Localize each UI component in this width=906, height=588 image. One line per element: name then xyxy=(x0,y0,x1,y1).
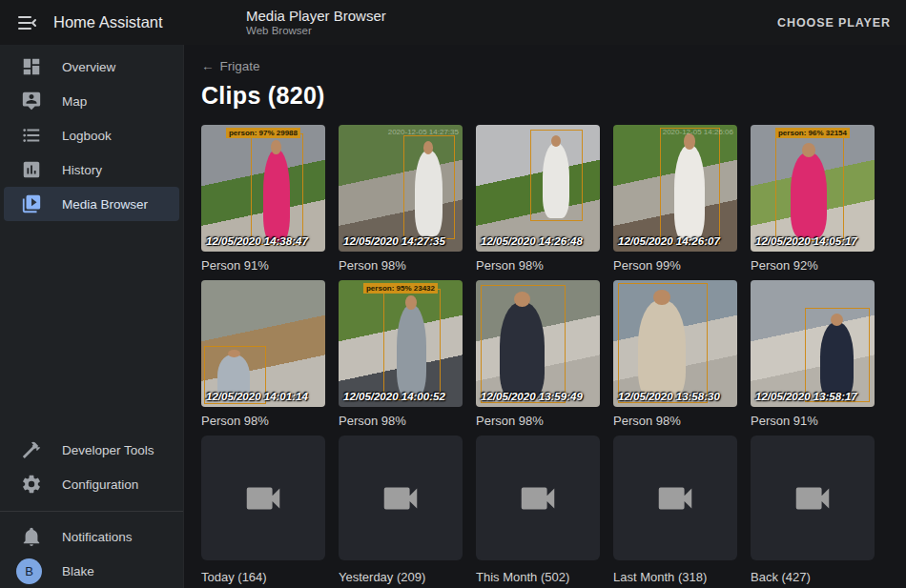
sidebar-item-history[interactable]: History xyxy=(4,152,179,187)
detection-label-chip: person: 96% 32154 xyxy=(775,128,850,138)
detection-bbox xyxy=(251,133,303,245)
sidebar-item-label: Overview xyxy=(62,60,115,74)
clip-thumbnail[interactable]: person: 97% 29988 12/05/2020 14:38:47 xyxy=(201,125,325,252)
detection-bbox xyxy=(481,285,565,403)
detection-bbox xyxy=(775,137,844,241)
clip-timestamp-overlay: 12/05/2020 14:05:17 xyxy=(755,235,857,247)
sidebar-item-media-browser[interactable]: Media Browser xyxy=(4,187,179,221)
page-header-title: Media Player Browser xyxy=(246,8,386,25)
sidebar-item-label: History xyxy=(62,163,102,177)
sidebar-item-map[interactable]: Map xyxy=(4,84,179,118)
sidebar-item-label: Media Browser xyxy=(62,197,148,212)
clip-thumbnail[interactable]: 12/05/2020 14:26:48 xyxy=(476,125,600,252)
person-figure xyxy=(500,302,545,399)
video-camera-icon xyxy=(379,476,422,520)
folder-tile[interactable] xyxy=(339,436,463,560)
clips-grid: person: 97% 29988 12/05/2020 14:38:47 Pe… xyxy=(201,125,906,584)
clip-thumbnail[interactable]: person: 95% 23432 12/05/2020 14:00:52 xyxy=(339,280,463,407)
bell-icon xyxy=(21,526,42,547)
clip-timestamp-overlay: 12/05/2020 13:58:17 xyxy=(755,391,857,402)
sidebar-spacer xyxy=(0,221,183,433)
clip-item[interactable]: 12/05/2020 14:01:14 Person 98% xyxy=(201,280,325,428)
clip-thumbnail[interactable]: person: 96% 32154 12/05/2020 14:05:17 xyxy=(751,125,875,252)
sidebar-item-label: Logbook xyxy=(62,129,112,143)
back-arrow-icon: ← xyxy=(201,59,215,73)
sidebar-item-developer-tools[interactable]: Developer Tools xyxy=(4,433,179,467)
clip-timestamp-overlay: 12/05/2020 13:59:49 xyxy=(481,391,583,402)
clip-caption: Person 98% xyxy=(613,414,737,428)
detection-bbox xyxy=(805,308,870,401)
video-camera-icon xyxy=(241,476,285,520)
top-app-bar: Home Assistant Media Player Browser Web … xyxy=(0,0,906,45)
clip-timestamp-overlay: 12/05/2020 14:26:07 xyxy=(618,235,720,247)
sidebar-item-configuration[interactable]: Configuration xyxy=(4,467,179,501)
camera-osd-timestamp: 2020-12-05 14:27:35 xyxy=(388,128,459,136)
gear-icon xyxy=(21,474,42,495)
breadcrumb-back-link[interactable]: ← Frigate xyxy=(201,59,260,73)
clip-timestamp-overlay: 12/05/2020 13:58:30 xyxy=(618,391,720,402)
detection-bbox xyxy=(618,283,708,403)
person-figure xyxy=(674,145,706,241)
clip-caption: Person 91% xyxy=(201,258,325,273)
clip-caption: Person 98% xyxy=(476,414,600,428)
sidebar-item-label: Notifications xyxy=(62,530,133,544)
folder-tile[interactable] xyxy=(613,436,737,560)
sidebar: Overview Map Logbook History Media Brows xyxy=(0,45,184,588)
breadcrumb-label: Frigate xyxy=(220,59,260,73)
page-title: Clips (820) xyxy=(201,82,906,110)
home-assistant-app: Home Assistant Media Player Browser Web … xyxy=(0,0,906,588)
folder-label: Back (427) xyxy=(751,570,875,584)
clip-item[interactable]: person: 95% 23432 12/05/2020 14:00:52 Pe… xyxy=(339,280,463,428)
sidebar-item-notifications[interactable]: Notifications xyxy=(4,519,179,554)
user-avatar: B xyxy=(16,558,42,584)
player-target-subtitle: Web Browser xyxy=(246,25,386,38)
detection-bbox xyxy=(383,289,441,400)
clip-thumbnail[interactable]: 2020-12-05 14:26:06 12/05/2020 14:26:07 xyxy=(613,125,737,252)
sidebar-header: Home Assistant xyxy=(0,11,184,34)
clip-caption: Person 98% xyxy=(476,258,600,273)
clip-thumbnail[interactable]: 12/05/2020 13:59:49 xyxy=(476,280,600,407)
clip-thumbnail[interactable]: 12/05/2020 14:01:14 xyxy=(201,280,325,407)
folder-item-yesterday[interactable]: Yesterday (209) xyxy=(339,436,463,584)
folder-tile[interactable] xyxy=(201,436,325,560)
person-figure xyxy=(638,300,685,399)
clip-caption: Person 98% xyxy=(339,258,463,273)
clip-item[interactable]: person: 97% 29988 12/05/2020 14:38:47 Pe… xyxy=(201,125,325,273)
clip-item[interactable]: person: 96% 32154 12/05/2020 14:05:17 Pe… xyxy=(751,125,875,273)
choose-player-button[interactable]: CHOOSE PLAYER xyxy=(777,16,891,30)
clip-thumbnail[interactable]: 2020-12-05 14:27:35 12/05/2020 14:27:35 xyxy=(339,125,463,252)
person-figure xyxy=(397,305,426,397)
media-player-title-block: Media Player Browser Web Browser xyxy=(246,8,386,38)
sidebar-item-overview[interactable]: Overview xyxy=(4,50,179,84)
clip-caption: Person 98% xyxy=(201,414,325,428)
clip-caption: Person 98% xyxy=(339,414,463,428)
folder-tile[interactable] xyxy=(476,436,600,560)
folder-item-last-month[interactable]: Last Month (318) xyxy=(613,436,737,584)
folder-label: Last Month (318) xyxy=(613,570,737,584)
person-figure xyxy=(820,322,854,399)
folder-label: Yesterday (209) xyxy=(339,570,463,584)
folder-item-this-month[interactable]: This Month (502) xyxy=(476,436,600,584)
clip-thumbnail[interactable]: 12/05/2020 13:58:30 xyxy=(613,280,737,407)
sidebar-item-profile[interactable]: B Blake xyxy=(4,554,179,588)
clip-item[interactable]: 12/05/2020 13:59:49 Person 98% xyxy=(476,280,600,428)
clip-item[interactable]: 2020-12-05 14:27:35 12/05/2020 14:27:35 … xyxy=(339,125,463,273)
folder-tile[interactable] xyxy=(751,436,875,560)
list-bulleted-icon xyxy=(21,125,42,146)
clip-item[interactable]: 12/05/2020 13:58:17 Person 91% xyxy=(751,280,875,428)
folder-item-back[interactable]: Back (427) xyxy=(751,436,875,584)
clip-item[interactable]: 2020-12-05 14:26:06 12/05/2020 14:26:07 … xyxy=(613,125,737,273)
sidebar-toggle-icon[interactable] xyxy=(15,11,38,34)
folder-item-today[interactable]: Today (164) xyxy=(201,436,325,584)
clip-timestamp-overlay: 12/05/2020 14:27:35 xyxy=(343,235,445,247)
clip-thumbnail[interactable]: 12/05/2020 13:58:17 xyxy=(751,280,875,407)
sidebar-item-label: Map xyxy=(62,94,87,109)
video-camera-icon xyxy=(653,476,697,520)
sidebar-item-logbook[interactable]: Logbook xyxy=(4,118,179,152)
clip-timestamp-overlay: 12/05/2020 14:38:47 xyxy=(206,235,308,247)
folder-label: Today (164) xyxy=(201,570,325,584)
clip-item[interactable]: 12/05/2020 13:58:30 Person 98% xyxy=(613,280,737,428)
detection-bbox xyxy=(530,130,583,221)
clip-item[interactable]: 12/05/2020 14:26:48 Person 98% xyxy=(476,125,600,273)
bar-chart-box-icon xyxy=(21,159,42,180)
